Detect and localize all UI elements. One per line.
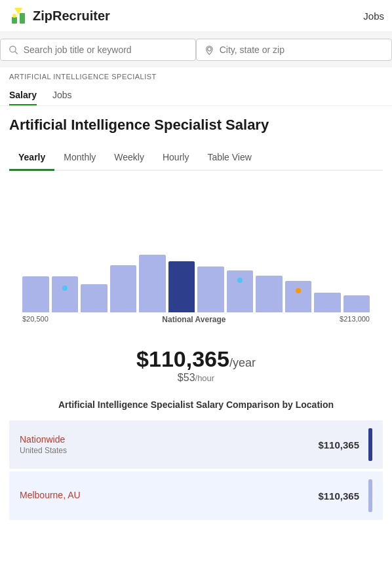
svg-rect-1 [20,13,25,24]
bar-5 [139,255,166,312]
tab-hourly[interactable]: Hourly [153,147,198,170]
chart-labels: $20,500 National Average $213,000 [16,312,376,324]
logo-text: ZipRecruiter [33,9,110,24]
comparison-salary-2: $110,365 [318,490,359,502]
jobs-link[interactable]: Jobs [363,10,384,22]
bar-8 [227,270,254,312]
tab-monthly[interactable]: Monthly [54,147,105,170]
page-title: Artificial Intelligence Specialist Salar… [9,117,383,134]
bar-10 [285,281,312,312]
bar-7 [197,266,224,312]
comparison-title: Artificial Intelligence Specialist Salar… [9,399,383,410]
comparison-row-nationwide: Nationwide United States $110,365 [9,420,383,469]
svg-point-4 [10,46,16,52]
tab-table-view[interactable]: Table View [198,147,260,170]
search-bar [0,32,392,67]
bar-6-highlight [168,261,195,312]
location-name-2: Melbourne, AU [20,490,81,500]
comparison-bar-dark [368,428,372,461]
job-search-input[interactable] [24,45,187,55]
comparison-bar-light [368,479,372,512]
location-icon [205,45,214,55]
svg-rect-0 [12,17,17,24]
page-tabs: Salary Jobs [0,86,392,106]
chart-max-label: $213,000 [340,315,370,324]
period-tabs: Yearly Monthly Weekly Hourly Table View [9,147,383,171]
bar-4 [110,265,137,312]
logo-icon [8,5,29,26]
bar-12 [343,295,370,312]
bar-9 [256,276,283,312]
tab-salary[interactable]: Salary [9,86,37,105]
bar-3 [81,284,108,312]
comparison-salary: $110,365 [318,439,359,450]
tab-weekly[interactable]: Weekly [105,147,153,170]
location-name: Nationwide [20,434,67,445]
location-search-container [196,39,392,61]
logo: ZipRecruiter [8,5,110,26]
tab-yearly[interactable]: Yearly [9,147,54,171]
bar-1 [22,276,49,312]
salary-main: $110,365/year [9,346,383,372]
salary-chart: $20,500 National Average $213,000 [16,181,376,339]
comparison-row-melbourne: Melbourne, AU $110,365 [9,471,383,520]
breadcrumb: ARTIFICIAL INTELLIGENCE SPECIALIST [0,67,392,86]
chart-min-label: $20,500 [22,315,49,324]
bar-2 [52,276,79,312]
header: ZipRecruiter Jobs [0,0,392,32]
location-search-input[interactable] [220,45,383,55]
bar-11 [314,293,341,312]
svg-point-6 [208,47,212,51]
location-info: Nationwide United States [20,434,67,455]
tab-jobs[interactable]: Jobs [52,86,72,105]
location-info-2: Melbourne, AU [20,490,81,502]
comparison-section: Artificial Intelligence Specialist Salar… [9,399,383,520]
chart-national-label: National Average [162,315,225,324]
chart-bars [16,181,376,312]
salary-display: $110,365/year $53/hour [9,346,383,384]
svg-line-5 [15,52,18,54]
location-sub: United States [20,446,67,455]
search-icon [9,45,18,55]
job-search-container [0,39,196,61]
salary-sub: $53/hour [9,372,383,384]
main-content: Artificial Intelligence Specialist Salar… [0,106,392,532]
svg-point-3 [12,14,16,18]
